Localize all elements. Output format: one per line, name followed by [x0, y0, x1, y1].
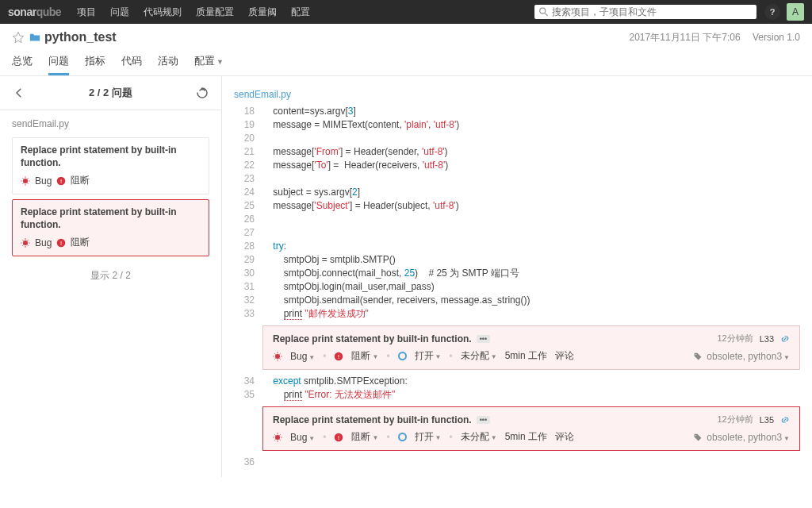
bug-icon [273, 433, 282, 442]
code-block-3: 36 [234, 456, 800, 469]
tag-icon [694, 352, 702, 360]
project-meta: 2017年11月11日 下午7:06 Version 1.0 [620, 31, 800, 44]
issue-severity[interactable]: 阻断▼ [351, 430, 378, 444]
severity-icon: ! [334, 352, 343, 361]
bug-icon [21, 238, 30, 248]
folder-icon [29, 32, 40, 43]
status-icon [398, 433, 407, 441]
content: sendEmail.py 18 content=sys.argv[3]19 me… [222, 76, 812, 477]
issue-assignee[interactable]: 未分配▼ [461, 430, 497, 444]
back-icon[interactable] [12, 86, 26, 100]
code-block: 18 content=sys.argv[3]19 message = MIMET… [234, 105, 800, 321]
link-icon[interactable] [780, 334, 790, 344]
issue-comments[interactable]: 评论 [555, 430, 574, 444]
issue-type[interactable]: Bug▼ [290, 351, 315, 362]
svg-point-3 [23, 241, 28, 245]
svg-text:!: ! [338, 434, 339, 441]
sidebar-filename: sendEmail.py [0, 110, 221, 137]
issue-tags[interactable]: obsolete, python3▼ [707, 432, 790, 443]
tab-overview[interactable]: 总览 [12, 54, 33, 75]
issue-status[interactable]: 打开▼ [415, 349, 442, 363]
severity-icon: ! [56, 238, 66, 248]
link-icon[interactable] [780, 415, 790, 425]
issue-inline-2[interactable]: Replace print statement by built-in func… [262, 406, 800, 451]
issue-tags[interactable]: obsolete, python3▼ [707, 351, 790, 362]
search-input[interactable] [552, 6, 752, 17]
project-name[interactable]: python_test [44, 30, 117, 44]
svg-text:!: ! [60, 240, 62, 247]
nav-projects[interactable]: 项目 [77, 6, 96, 19]
avatar[interactable]: A [787, 3, 804, 21]
display-count: 显示 2 / 2 [0, 261, 221, 291]
svg-point-10 [275, 435, 280, 440]
nav-gates[interactable]: 质量阈 [248, 6, 277, 19]
issue-comments[interactable]: 评论 [555, 349, 574, 363]
more-icon[interactable]: ••• [477, 416, 490, 424]
svg-point-0 [23, 179, 28, 183]
reload-icon[interactable] [195, 86, 209, 100]
sidebar-issue-card[interactable]: Replace print statement by built-in func… [12, 137, 209, 194]
sidebar-issues: Replace print statement by built-in func… [0, 137, 221, 256]
tab-activity[interactable]: 活动 [158, 54, 178, 75]
svg-point-9 [695, 353, 696, 354]
issue-assignee[interactable]: 未分配▼ [461, 349, 497, 363]
sidebar-issue-card[interactable]: Replace print statement by built-in func… [12, 199, 209, 256]
svg-text:!: ! [60, 178, 62, 185]
file-header[interactable]: sendEmail.py [234, 84, 800, 105]
issue-inline-1[interactable]: Replace print statement by built-in func… [262, 325, 800, 370]
project-tabs: 总览 问题 指标 代码 活动 配置▼ [12, 54, 800, 75]
favorite-icon[interactable] [12, 31, 25, 44]
tab-code[interactable]: 代码 [121, 54, 142, 75]
issue-status[interactable]: 打开▼ [415, 430, 442, 444]
status-icon [398, 352, 407, 360]
tab-admin[interactable]: 配置▼ [194, 54, 224, 75]
more-icon[interactable]: ••• [477, 335, 490, 343]
svg-text:!: ! [338, 353, 339, 360]
svg-point-13 [695, 434, 696, 435]
severity-icon: ! [334, 433, 343, 442]
help-icon[interactable]: ? [764, 4, 780, 20]
search-icon [539, 7, 548, 17]
tab-issues[interactable]: 问题 [48, 54, 69, 75]
search-box[interactable] [534, 5, 756, 19]
nav-rules[interactable]: 代码规则 [144, 6, 182, 19]
issue-effort: 5min 工作 [505, 430, 547, 444]
issue-count: 2 / 2 问题 [26, 86, 195, 100]
issue-effort: 5min 工作 [505, 349, 547, 363]
topbar: sonarqube 项目 问题 代码规则 质量配置 质量阈 配置 ? A [0, 0, 812, 24]
code-block-2: 34 except smtplib.SMTPException:35 print… [234, 375, 800, 402]
bug-icon [21, 176, 30, 186]
logo[interactable]: sonarqube [8, 6, 61, 18]
bug-icon [273, 352, 282, 361]
nav-profiles[interactable]: 质量配置 [196, 6, 234, 19]
nav-issues[interactable]: 问题 [110, 6, 129, 19]
svg-point-6 [275, 354, 280, 359]
tag-icon [694, 433, 702, 441]
issue-type[interactable]: Bug▼ [290, 432, 315, 443]
issue-severity[interactable]: 阻断▼ [351, 349, 378, 363]
sidebar: 2 / 2 问题 sendEmail.py Replace print stat… [0, 76, 222, 477]
tab-measures[interactable]: 指标 [85, 54, 105, 75]
project-bar: python_test 2017年11月11日 下午7:06 Version 1… [0, 24, 812, 76]
severity-icon: ! [56, 176, 66, 186]
nav-admin[interactable]: 配置 [291, 6, 310, 19]
topnav: 项目 问题 代码规则 质量配置 质量阈 配置 [77, 6, 534, 19]
